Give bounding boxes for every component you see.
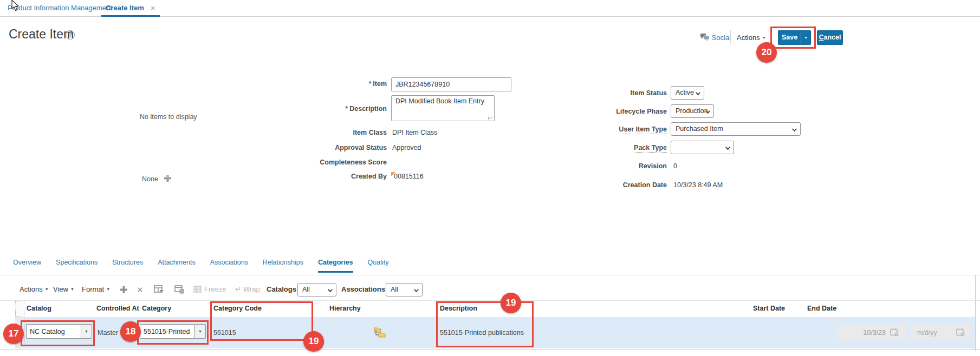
chevron-down-icon: ▼ (106, 287, 110, 291)
chevron-down-icon (414, 287, 419, 292)
annotation-box-category-code (210, 301, 313, 341)
annotation-step-19-description: 19 (501, 293, 521, 313)
item-status-value: Active (676, 89, 694, 96)
catalogs-filter-label: Catalogs (267, 285, 296, 293)
user-item-type-label: User Item Type (542, 126, 667, 133)
required-marker: * (368, 80, 371, 88)
table-header-divider (0, 300, 980, 301)
associations-filter-value: All (391, 286, 398, 293)
calendar-icon[interactable] (890, 328, 899, 337)
item-status-label: Item Status (542, 89, 667, 97)
close-tab-icon[interactable]: ✕ (150, 5, 155, 11)
wrap-button[interactable]: ↵Wrap (235, 285, 260, 293)
item-input[interactable] (391, 77, 511, 91)
item-label: *Item (206, 80, 387, 88)
tab-create-item[interactable]: Create Item ✕ (101, 0, 160, 17)
annotation-box-catalog (21, 320, 95, 346)
chevron-down-icon (696, 90, 700, 95)
associations-filter-select[interactable]: All (386, 283, 423, 296)
col-header-catalog[interactable]: Catalog (27, 305, 51, 312)
tab-relationships[interactable]: Relationships (263, 259, 303, 273)
chevron-down-icon (792, 127, 797, 131)
social-chat-icon (700, 34, 710, 42)
actions-menu-label: Actions (737, 34, 760, 42)
no-items-message: No items to display (140, 113, 197, 121)
hierarchy-icon[interactable] (374, 327, 386, 338)
wrap-icon: ↵ (235, 285, 241, 293)
chevron-down-icon: ▼ (45, 287, 49, 291)
created-by-label: Created By (206, 173, 387, 180)
description-label: *Description (206, 105, 387, 113)
add-row-icon[interactable] (120, 286, 128, 294)
tab-create-item-label: Create Item (106, 4, 144, 12)
annotation-step-17: 17 (3, 324, 24, 344)
lifecycle-phase-select[interactable]: Production (671, 104, 714, 118)
user-item-type-select[interactable]: Purchased Item (671, 122, 801, 136)
created-by-value: 00815116 (394, 173, 424, 180)
table-actions-menu[interactable]: Actions▼ (20, 285, 49, 293)
lifecycle-phase-label: Lifecycle Phase (542, 108, 667, 115)
annotation-step-18: 18 (120, 321, 141, 342)
export-table-icon[interactable] (154, 285, 164, 294)
freeze-icon (193, 286, 202, 293)
item-class-value: DPI Item Class (392, 129, 437, 136)
user-item-type-value: Purchased Item (676, 125, 723, 133)
description-textarea[interactable]: DPI Modified Book Item Entry (391, 95, 495, 121)
attachments-none-label: None (142, 175, 158, 183)
tab-categories[interactable]: Categories (318, 259, 353, 273)
pack-type-label: Pack Type (542, 144, 667, 151)
delete-row-icon[interactable]: ✕ (137, 285, 144, 295)
cancel-button[interactable]: Cancel (817, 30, 843, 45)
col-header-end-date[interactable]: End Date (807, 305, 836, 312)
chevron-down-icon: ▼ (762, 36, 766, 39)
tab-specifications[interactable]: Specifications (56, 259, 98, 273)
annotation-box-category (137, 320, 209, 345)
table-corner-cell (15, 301, 24, 317)
tab-product-information-management[interactable]: Product Information Management (8, 4, 112, 12)
chevron-down-icon (725, 145, 730, 150)
pack-type-select[interactable] (671, 141, 734, 154)
item-class-label: Item Class (206, 129, 387, 136)
detail-tabs: Overview Specifications Structures Attac… (13, 259, 388, 273)
creation-date-label: Creation Date (542, 181, 667, 189)
annotation-step-19-code: 19 (303, 331, 324, 352)
chevron-down-icon: ▼ (70, 287, 74, 291)
tab-quality[interactable]: Quality (368, 259, 389, 273)
table-format-menu[interactable]: Format▼ (82, 285, 110, 293)
revision-label: Revision (542, 162, 667, 170)
approval-status-value: Approved (392, 144, 421, 151)
page-title: Create Item (9, 27, 74, 42)
chevron-down-icon (328, 287, 333, 292)
item-status-select[interactable]: Active (671, 86, 704, 100)
col-header-controlled-at[interactable]: Controlled At (96, 305, 139, 312)
mouse-cursor-icon (11, 0, 20, 11)
add-attachment-plus-icon[interactable] (164, 174, 172, 182)
col-header-hierarchy[interactable]: Hierarchy (329, 305, 361, 312)
social-button[interactable]: Social (700, 34, 731, 42)
tab-structures[interactable]: Structures (112, 259, 143, 273)
creation-date-value: 10/3/23 8:49 AM (673, 181, 723, 189)
tab-attachments[interactable]: Attachments (158, 259, 195, 273)
col-header-start-date[interactable]: Start Date (753, 305, 785, 312)
approval-status-label: Approval Status (206, 144, 387, 151)
panel-divider (0, 275, 980, 275)
col-header-category[interactable]: Category (142, 305, 171, 312)
freeze-button[interactable]: Freeze (193, 285, 226, 293)
detach-table-icon[interactable] (174, 285, 184, 294)
help-icon[interactable]: ? (66, 30, 75, 39)
required-marker: * (345, 105, 348, 113)
calendar-icon[interactable] (956, 328, 965, 337)
social-label: Social (712, 34, 731, 42)
tab-associations[interactable]: Associations (210, 259, 248, 273)
associations-filter-label: Associations (341, 285, 385, 293)
actions-menu-button[interactable]: Actions▼ (737, 34, 766, 42)
annotation-box-save (770, 27, 816, 49)
table-view-menu[interactable]: View▼ (53, 285, 74, 293)
revision-value: 0 (673, 162, 677, 170)
categories-toolbar: Actions▼ View▼ Format▼ ✕ Freeze ↵Wrap Ca… (0, 280, 980, 300)
annotation-step-20: 20 (756, 42, 777, 63)
header-divider (730, 30, 731, 44)
catalogs-filter-select[interactable]: All (297, 283, 336, 296)
tab-overview[interactable]: Overview (13, 259, 41, 273)
completeness-score-label: Completeness Score (206, 159, 387, 166)
